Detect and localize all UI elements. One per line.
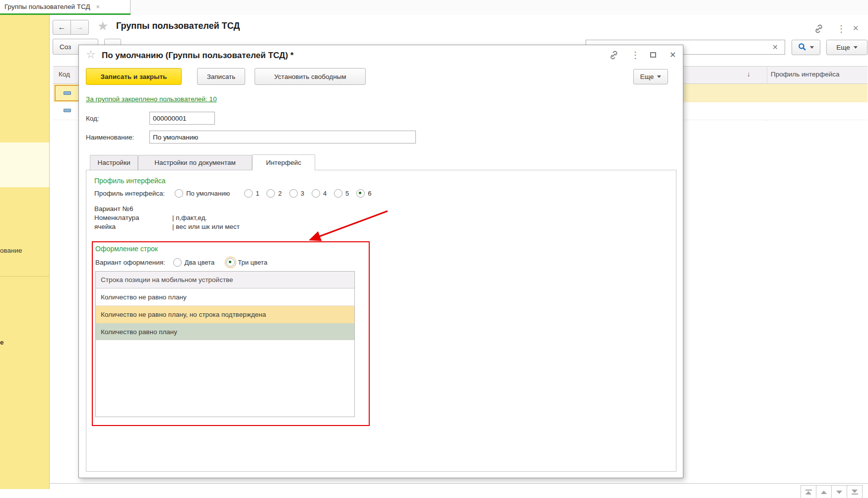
edit-dialog: ☆ По умолчанию (Группы пользователей ТСД… [78, 45, 683, 478]
assigned-users-link[interactable]: За группой закреплено пользователей: 10 [86, 95, 217, 103]
preview-row-not-equal[interactable]: Количество не равно плану [96, 288, 354, 306]
preview-table-header-label: Строка позиции на мобильном устройстве [101, 276, 233, 284]
profile-radio-label: Профиль интерфейса: [94, 190, 165, 197]
save-and-close-label: Записать и закрыть [101, 73, 167, 80]
dialog-more-label: Еще [640, 73, 654, 80]
triangle-up-icon [805, 491, 811, 495]
radio-option-3[interactable]: 3 [289, 189, 304, 198]
row-preview-table: Строка позиции на мобильном устройстве К… [95, 271, 355, 417]
radio-icon [267, 189, 275, 198]
radio-option-label: По умолчанию [186, 190, 230, 197]
triangle-down-icon [852, 490, 858, 493]
radio-option-label: 5 [345, 190, 349, 197]
favorite-star-icon[interactable]: ★ [97, 19, 108, 33]
dropdown-arrow-icon [657, 75, 661, 78]
sort-descending-icon[interactable]: ↓ [747, 70, 750, 78]
scroll-down-button[interactable] [831, 485, 847, 498]
interface-profile-heading: Профиль интерфейса [94, 177, 166, 185]
triangle-down-icon [836, 491, 842, 494]
row-styling-heading: Оформление строк [95, 245, 158, 253]
side-panel-segment [0, 15, 49, 142]
tab-settings[interactable]: Настройки [90, 155, 138, 170]
interface-profile-radio-group: Профиль интерфейса: По умолчанию 1 2 3 4… [94, 188, 372, 198]
set-free-button[interactable]: Установить свободным [255, 68, 366, 85]
group-item-icon [64, 91, 71, 95]
scroll-to-top-button[interactable] [801, 485, 816, 498]
radio-option-1[interactable]: 1 [244, 189, 259, 198]
favorite-star-outline-icon[interactable]: ☆ [86, 48, 96, 61]
maximize-icon[interactable] [650, 52, 656, 58]
scroll-up-button[interactable] [816, 485, 832, 498]
preview-row-equal[interactable]: Количество равно плану [96, 323, 354, 340]
side-panel-segment [0, 187, 49, 276]
tab-label: Настройки по документам [154, 159, 236, 166]
dialog-title: По умолчанию (Группы пользователей ТСД) … [102, 51, 294, 61]
bottom-bar-icon [852, 494, 858, 495]
tab-label: Настройки [97, 159, 130, 166]
tab-label: Группы пользователей ТСД [4, 3, 90, 10]
close-window-icon[interactable]: ✕ [853, 24, 859, 33]
tab-tsd-user-groups[interactable]: Группы пользователей ТСД × [0, 0, 131, 13]
screen: Группы пользователей ТСД × ование е ← → … [0, 0, 868, 498]
more-menu-icon[interactable]: ⋮ [837, 23, 846, 34]
triangle-up-icon [821, 491, 827, 494]
radio-icon [289, 189, 298, 198]
dialog-more-button[interactable]: Еще [633, 69, 668, 84]
variant-line-value: | вес или шк или мест [172, 223, 240, 230]
styling-variant-label: Вариант оформления: [95, 259, 165, 266]
clipped-label-fragment: ование [0, 247, 22, 254]
styling-variant-radio-group: Вариант оформления: Два цвета Три цвета [95, 257, 267, 268]
radio-option-label: 1 [256, 190, 259, 197]
radio-option-2[interactable]: 2 [267, 189, 281, 198]
radio-option-label: Три цвета [238, 259, 267, 266]
side-panel-segment [0, 277, 49, 489]
tab-interface[interactable]: Интерфейс [252, 154, 315, 170]
forward-arrow-icon: → [76, 23, 84, 32]
preview-row-confirmed[interactable]: Количество не равно плану, но строка под… [96, 306, 354, 323]
set-free-label: Установить свободным [274, 73, 346, 80]
tab-close-icon[interactable]: × [96, 3, 100, 10]
tab-document-settings[interactable]: Настройки по документам [138, 155, 252, 170]
search-icon [798, 43, 806, 53]
preview-row-label: Количество не равно плану [101, 293, 187, 301]
link-icon[interactable] [814, 24, 824, 35]
radio-option-6-selected[interactable]: 6 [356, 189, 371, 198]
clipped-label-fragment: е [0, 339, 4, 346]
create-button-label: Соз [60, 43, 71, 51]
dropdown-arrow-icon [810, 46, 814, 49]
annotation-arrow [302, 205, 397, 250]
save-and-close-button[interactable]: Записать и закрыть [86, 68, 182, 85]
name-field-label: Наименование: [86, 134, 134, 141]
preview-row-label: Количество равно плану [101, 328, 177, 336]
save-button[interactable]: Записать [197, 68, 245, 85]
more-actions-label: Еще [836, 44, 850, 51]
radio-option-5[interactable]: 5 [334, 189, 349, 198]
back-button[interactable]: ← [53, 20, 71, 35]
radio-checked-icon [226, 258, 235, 267]
list-scroll-controls [801, 485, 863, 498]
radio-icon [175, 189, 183, 198]
radio-option-two-colors[interactable]: Два цвета [173, 258, 214, 267]
variant-line-name: Номенклатура [94, 214, 139, 221]
code-input[interactable] [149, 112, 215, 125]
scroll-to-bottom-button[interactable] [847, 485, 863, 498]
link-icon[interactable] [609, 50, 619, 62]
radio-option-default[interactable]: По умолчанию [175, 189, 230, 198]
list-header-profile[interactable]: Профиль интерфейса [771, 71, 840, 78]
radio-icon [312, 189, 320, 198]
more-menu-icon[interactable]: ⋮ [631, 50, 640, 61]
code-field-label: Код: [86, 115, 99, 122]
list-header-code[interactable]: Код [59, 71, 70, 78]
more-actions-button[interactable]: Еще [826, 40, 868, 55]
close-dialog-icon[interactable]: ✕ [669, 50, 676, 60]
interface-tab-panel: Профиль интерфейса Профиль интерфейса: П… [86, 170, 676, 472]
radio-icon [334, 189, 342, 198]
search-clear-icon[interactable]: ✕ [772, 43, 778, 51]
radio-option-label: 2 [278, 190, 281, 197]
radio-option-4[interactable]: 4 [312, 189, 327, 198]
radio-icon [244, 189, 253, 198]
name-input[interactable] [149, 131, 416, 143]
radio-option-three-colors-selected[interactable]: Три цвета [226, 258, 267, 267]
forward-button[interactable]: → [70, 20, 89, 35]
search-button[interactable] [792, 40, 820, 55]
